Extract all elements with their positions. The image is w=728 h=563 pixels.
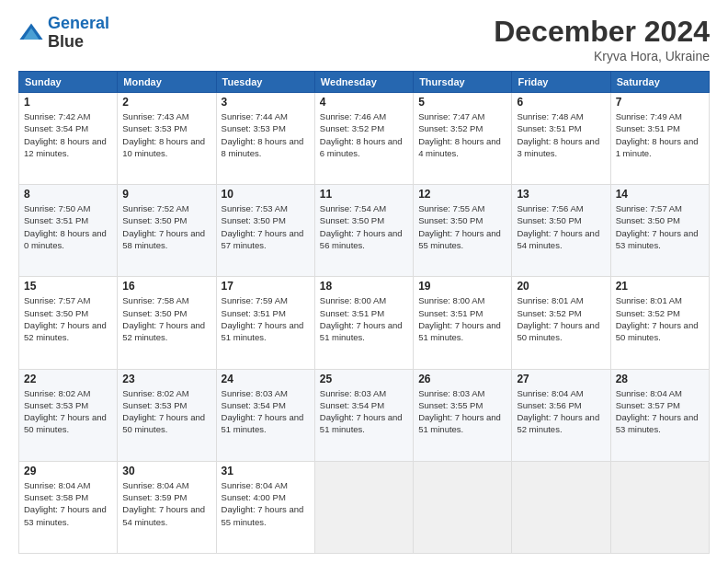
weekday-header-cell: Sunday xyxy=(19,72,118,93)
calendar-day-cell: 12 Sunrise: 7:55 AM Sunset: 3:50 PM Dayl… xyxy=(414,185,512,277)
day-detail: Sunrise: 8:04 AM Sunset: 3:59 PM Dayligh… xyxy=(122,479,210,528)
day-detail: Sunrise: 7:54 AM Sunset: 3:50 PM Dayligh… xyxy=(320,202,408,251)
day-detail: Sunrise: 8:04 AM Sunset: 3:56 PM Dayligh… xyxy=(517,387,605,436)
calendar-day-cell: 3 Sunrise: 7:44 AM Sunset: 3:53 PM Dayli… xyxy=(216,93,314,185)
calendar-day-cell: 25 Sunrise: 8:03 AM Sunset: 3:54 PM Dayl… xyxy=(314,369,413,461)
calendar-day-cell: 31 Sunrise: 8:04 AM Sunset: 4:00 PM Dayl… xyxy=(216,461,314,553)
day-number: 10 xyxy=(222,188,310,201)
day-number: 7 xyxy=(616,96,704,109)
day-detail: Sunrise: 8:03 AM Sunset: 3:55 PM Dayligh… xyxy=(418,387,506,436)
day-number: 30 xyxy=(122,465,210,477)
calendar-day-cell: 29 Sunrise: 8:04 AM Sunset: 3:58 PM Dayl… xyxy=(19,461,118,553)
calendar-day-cell: 7 Sunrise: 7:49 AM Sunset: 3:51 PM Dayli… xyxy=(610,93,709,185)
calendar-week-row: 22 Sunrise: 8:02 AM Sunset: 3:53 PM Dayl… xyxy=(19,369,710,461)
calendar-day-cell: 14 Sunrise: 7:57 AM Sunset: 3:50 PM Dayl… xyxy=(610,185,709,277)
calendar-week-row: 15 Sunrise: 7:57 AM Sunset: 3:50 PM Dayl… xyxy=(19,277,710,369)
calendar-day-cell: 22 Sunrise: 8:02 AM Sunset: 3:53 PM Dayl… xyxy=(19,369,118,461)
day-detail: Sunrise: 7:52 AM Sunset: 3:50 PM Dayligh… xyxy=(122,202,210,251)
day-number: 24 xyxy=(222,373,310,385)
day-number: 15 xyxy=(24,280,112,293)
calendar-day-cell: 9 Sunrise: 7:52 AM Sunset: 3:50 PM Dayli… xyxy=(118,185,216,277)
day-detail: Sunrise: 7:44 AM Sunset: 3:53 PM Dayligh… xyxy=(222,110,310,159)
calendar-day-cell: 20 Sunrise: 8:01 AM Sunset: 3:52 PM Dayl… xyxy=(512,277,610,369)
logo-icon xyxy=(18,20,44,46)
day-number: 13 xyxy=(517,188,605,201)
calendar-day-cell: 1 Sunrise: 7:42 AM Sunset: 3:54 PM Dayli… xyxy=(19,93,118,185)
month-title: December 2024 xyxy=(494,15,710,49)
day-number: 3 xyxy=(222,96,310,109)
weekday-header-cell: Thursday xyxy=(414,72,512,93)
day-number: 28 xyxy=(616,373,704,385)
day-detail: Sunrise: 8:00 AM Sunset: 3:51 PM Dayligh… xyxy=(418,294,506,343)
day-number: 1 xyxy=(24,96,112,109)
calendar-day-cell: 11 Sunrise: 7:54 AM Sunset: 3:50 PM Dayl… xyxy=(314,185,413,277)
calendar-day-cell: 8 Sunrise: 7:50 AM Sunset: 3:51 PM Dayli… xyxy=(19,185,118,277)
day-detail: Sunrise: 8:03 AM Sunset: 3:54 PM Dayligh… xyxy=(320,387,408,436)
day-detail: Sunrise: 7:42 AM Sunset: 3:54 PM Dayligh… xyxy=(24,110,112,159)
day-detail: Sunrise: 7:58 AM Sunset: 3:50 PM Dayligh… xyxy=(122,294,210,343)
calendar-day-cell: 16 Sunrise: 7:58 AM Sunset: 3:50 PM Dayl… xyxy=(118,277,216,369)
day-number: 27 xyxy=(517,373,605,385)
calendar-day-cell xyxy=(314,461,413,553)
calendar-day-cell: 5 Sunrise: 7:47 AM Sunset: 3:52 PM Dayli… xyxy=(414,93,512,185)
day-detail: Sunrise: 7:59 AM Sunset: 3:51 PM Dayligh… xyxy=(222,294,310,343)
day-number: 2 xyxy=(122,96,210,109)
logo: General Blue xyxy=(18,15,109,52)
day-detail: Sunrise: 8:01 AM Sunset: 3:52 PM Dayligh… xyxy=(517,294,605,343)
calendar-week-row: 29 Sunrise: 8:04 AM Sunset: 3:58 PM Dayl… xyxy=(19,461,710,553)
calendar-day-cell: 19 Sunrise: 8:00 AM Sunset: 3:51 PM Dayl… xyxy=(414,277,512,369)
day-detail: Sunrise: 8:03 AM Sunset: 3:54 PM Dayligh… xyxy=(222,387,310,436)
day-detail: Sunrise: 7:43 AM Sunset: 3:53 PM Dayligh… xyxy=(122,110,210,159)
calendar-day-cell: 27 Sunrise: 8:04 AM Sunset: 3:56 PM Dayl… xyxy=(512,369,610,461)
calendar-day-cell: 4 Sunrise: 7:46 AM Sunset: 3:52 PM Dayli… xyxy=(314,93,413,185)
day-detail: Sunrise: 8:04 AM Sunset: 3:57 PM Dayligh… xyxy=(616,387,704,436)
calendar-day-cell: 10 Sunrise: 7:53 AM Sunset: 3:50 PM Dayl… xyxy=(216,185,314,277)
weekday-header-cell: Monday xyxy=(118,72,216,93)
calendar-day-cell: 30 Sunrise: 8:04 AM Sunset: 3:59 PM Dayl… xyxy=(118,461,216,553)
calendar-day-cell: 15 Sunrise: 7:57 AM Sunset: 3:50 PM Dayl… xyxy=(19,277,118,369)
day-detail: Sunrise: 7:46 AM Sunset: 3:52 PM Dayligh… xyxy=(320,110,408,159)
day-detail: Sunrise: 8:00 AM Sunset: 3:51 PM Dayligh… xyxy=(320,294,408,343)
calendar-day-cell: 23 Sunrise: 8:02 AM Sunset: 3:53 PM Dayl… xyxy=(118,369,216,461)
day-number: 19 xyxy=(418,280,506,293)
calendar-week-row: 1 Sunrise: 7:42 AM Sunset: 3:54 PM Dayli… xyxy=(19,93,710,185)
calendar-table: SundayMondayTuesdayWednesdayThursdayFrid… xyxy=(18,71,710,554)
day-detail: Sunrise: 7:56 AM Sunset: 3:50 PM Dayligh… xyxy=(517,202,605,251)
day-detail: Sunrise: 7:55 AM Sunset: 3:50 PM Dayligh… xyxy=(418,202,506,251)
day-detail: Sunrise: 8:04 AM Sunset: 4:00 PM Dayligh… xyxy=(222,479,310,528)
day-number: 4 xyxy=(320,96,408,109)
day-number: 31 xyxy=(222,465,310,477)
weekday-header-cell: Tuesday xyxy=(216,72,314,93)
day-number: 25 xyxy=(320,373,408,385)
title-block: December 2024 Kryva Hora, Ukraine xyxy=(494,15,710,63)
calendar-day-cell: 2 Sunrise: 7:43 AM Sunset: 3:53 PM Dayli… xyxy=(118,93,216,185)
day-number: 29 xyxy=(24,465,112,477)
day-detail: Sunrise: 7:57 AM Sunset: 3:50 PM Dayligh… xyxy=(616,202,704,251)
calendar-day-cell xyxy=(414,461,512,553)
calendar-day-cell: 21 Sunrise: 8:01 AM Sunset: 3:52 PM Dayl… xyxy=(610,277,709,369)
weekday-header-row: SundayMondayTuesdayWednesdayThursdayFrid… xyxy=(19,72,710,93)
day-detail: Sunrise: 7:50 AM Sunset: 3:51 PM Dayligh… xyxy=(24,202,112,251)
day-number: 8 xyxy=(24,188,112,201)
day-number: 26 xyxy=(418,373,506,385)
calendar-page: General Blue December 2024 Kryva Hora, U… xyxy=(0,0,728,563)
day-detail: Sunrise: 8:02 AM Sunset: 3:53 PM Dayligh… xyxy=(24,387,112,436)
day-detail: Sunrise: 7:49 AM Sunset: 3:51 PM Dayligh… xyxy=(616,110,704,159)
day-number: 9 xyxy=(122,188,210,201)
day-detail: Sunrise: 8:04 AM Sunset: 3:58 PM Dayligh… xyxy=(24,479,112,528)
weekday-header-cell: Saturday xyxy=(610,72,709,93)
location: Kryva Hora, Ukraine xyxy=(494,49,710,63)
day-detail: Sunrise: 8:02 AM Sunset: 3:53 PM Dayligh… xyxy=(122,387,210,436)
day-number: 16 xyxy=(122,280,210,293)
calendar-body: 1 Sunrise: 7:42 AM Sunset: 3:54 PM Dayli… xyxy=(19,93,710,554)
weekday-header-cell: Wednesday xyxy=(314,72,413,93)
day-number: 23 xyxy=(122,373,210,385)
day-number: 12 xyxy=(418,188,506,201)
calendar-week-row: 8 Sunrise: 7:50 AM Sunset: 3:51 PM Dayli… xyxy=(19,185,710,277)
day-detail: Sunrise: 7:53 AM Sunset: 3:50 PM Dayligh… xyxy=(222,202,310,251)
day-detail: Sunrise: 7:47 AM Sunset: 3:52 PM Dayligh… xyxy=(418,110,506,159)
calendar-day-cell: 6 Sunrise: 7:48 AM Sunset: 3:51 PM Dayli… xyxy=(512,93,610,185)
weekday-header-cell: Friday xyxy=(512,72,610,93)
calendar-day-cell xyxy=(610,461,709,553)
calendar-day-cell: 28 Sunrise: 8:04 AM Sunset: 3:57 PM Dayl… xyxy=(610,369,709,461)
